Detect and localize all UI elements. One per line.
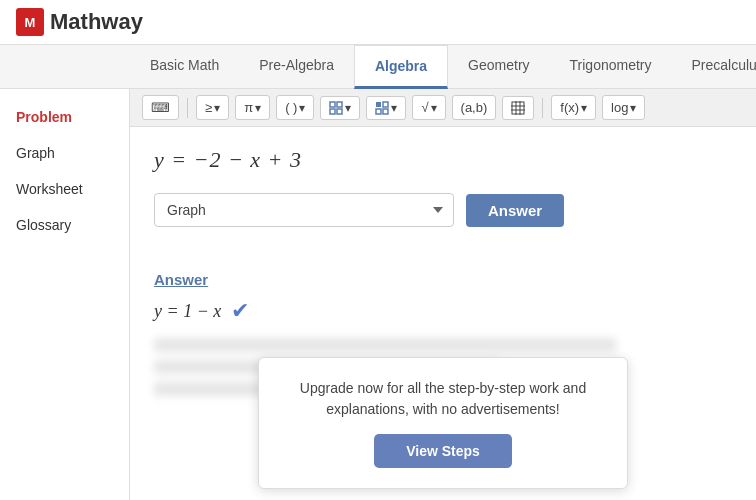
main-layout: Problem Graph Worksheet Glossary ⌨ ≥ ▾ π… [0, 89, 756, 500]
tab-algebra[interactable]: Algebra [354, 45, 448, 89]
math-expression: y = −2 − x + 3 [154, 147, 732, 173]
svg-rect-7 [383, 102, 388, 107]
logo: M Mathway [16, 8, 143, 36]
matrix2-icon [375, 101, 389, 115]
answer-button[interactable]: Answer [466, 194, 564, 227]
parens-button[interactable]: ( ) ▾ [276, 95, 314, 120]
sidebar-item-graph[interactable]: Graph [0, 135, 129, 171]
svg-rect-6 [376, 102, 381, 107]
mode-dropdown[interactable]: Graph Simplify Solve for x Evaluate Fact… [154, 193, 454, 227]
logo-text: Mathway [50, 9, 143, 35]
math-area: y = −2 − x + 3 Graph Simplify Solve for … [130, 127, 756, 271]
tab-geometry[interactable]: Geometry [448, 45, 549, 88]
grid-button[interactable] [502, 96, 534, 120]
tab-basic-math[interactable]: Basic Math [130, 45, 239, 88]
interval-button[interactable]: (a,b) [452, 95, 497, 120]
header: M Mathway [0, 0, 756, 45]
nav-tabs: Basic Math Pre-Algebra Algebra Geometry … [0, 45, 756, 89]
logo-icon: M [16, 8, 44, 36]
tab-precalculus[interactable]: Precalculus [672, 45, 757, 88]
sqrt-button[interactable]: √ ▾ [412, 95, 445, 120]
tab-pre-algebra[interactable]: Pre-Algebra [239, 45, 354, 88]
upgrade-popup: Upgrade now for all the step-by-step wor… [258, 357, 628, 489]
mathway-logo-svg: M [21, 13, 39, 31]
matrix1-icon [329, 101, 343, 115]
answer-label[interactable]: Answer [154, 271, 208, 288]
sidebar-item-worksheet[interactable]: Worksheet [0, 171, 129, 207]
upgrade-message: Upgrade now for all the step-by-step wor… [289, 378, 597, 420]
blurred-line-1 [154, 338, 616, 352]
answer-section: Answer y = 1 − x ✔ [130, 271, 756, 324]
svg-text:M: M [25, 15, 36, 30]
fx-button[interactable]: f(x) ▾ [551, 95, 596, 120]
matrix2-button[interactable]: ▾ [366, 96, 406, 120]
content-area: ⌨ ≥ ▾ π ▾ ( ) ▾ ▾ ▾ √ ▾ (a,b) [130, 89, 756, 500]
answer-math: y = 1 − x [154, 301, 221, 322]
tab-trigonometry[interactable]: Trigonometry [550, 45, 672, 88]
sidebar: Problem Graph Worksheet Glossary [0, 89, 130, 500]
gte-button[interactable]: ≥ ▾ [196, 95, 229, 120]
svg-rect-4 [330, 109, 335, 114]
svg-rect-5 [337, 109, 342, 114]
log-button[interactable]: log ▾ [602, 95, 645, 120]
sidebar-item-glossary[interactable]: Glossary [0, 207, 129, 243]
checkmark-icon: ✔ [231, 298, 249, 324]
sidebar-item-problem[interactable]: Problem [0, 99, 129, 135]
pi-button[interactable]: π ▾ [235, 95, 270, 120]
separator-1 [187, 98, 188, 118]
view-steps-button[interactable]: View Steps [374, 434, 512, 468]
matrix1-button[interactable]: ▾ [320, 96, 360, 120]
svg-rect-2 [330, 102, 335, 107]
keyboard-button[interactable]: ⌨ [142, 95, 179, 120]
svg-rect-3 [337, 102, 342, 107]
svg-rect-8 [376, 109, 381, 114]
answer-result: y = 1 − x ✔ [154, 298, 732, 324]
svg-rect-14 [512, 102, 524, 114]
toolbar: ⌨ ≥ ▾ π ▾ ( ) ▾ ▾ ▾ √ ▾ (a,b) [130, 89, 756, 127]
grid-icon [511, 101, 525, 115]
separator-2 [542, 98, 543, 118]
svg-rect-9 [383, 109, 388, 114]
action-row: Graph Simplify Solve for x Evaluate Fact… [154, 193, 732, 227]
